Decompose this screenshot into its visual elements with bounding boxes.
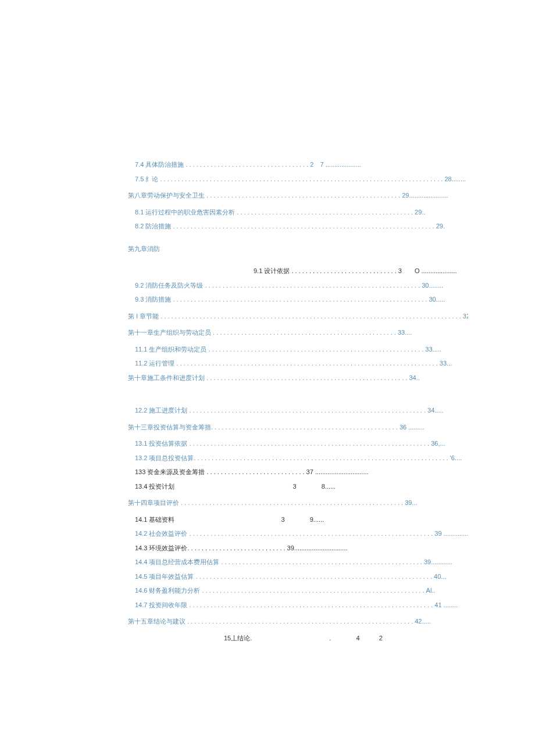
toc-chapter: 第十章施工条件和进度计划 . . . . . . . . . . . . . .… — [128, 373, 468, 383]
toc-page-digit: 9...... — [310, 516, 324, 523]
toc-chapter: 第十五章结论与建议 . . . . . . . . . . . . . . . … — [128, 617, 468, 626]
toc-item: 7.4 具体防治措施 . . . . . . . . . . . . . . .… — [128, 160, 468, 170]
toc-item: 8.2 防治措施 . . . . . . . . . . . . . . . .… — [128, 221, 468, 231]
toc-item: 8.1 运行过程中的职业危害因素分析 . . . . . . . . . . .… — [128, 207, 468, 217]
toc-item: 13.2 项目总投资估算. . . . . . . . . . . . . . … — [128, 453, 468, 463]
toc-item: 13.1 投资估算依据 . . . . . . . . . . . . . . … — [128, 439, 468, 449]
toc-chapter: 第十三章投资估算与资金筹措. . . . . . . . . . . . . .… — [128, 422, 468, 432]
toc-chapter: 第八章劳动保护与安全卫生 . . . . . . . . . . . . . .… — [128, 191, 468, 200]
toc-chapter: 第十一章生产组织与劳动定员 . . . . . . . . . . . . . … — [128, 328, 468, 338]
toc-item: 11.1 生产组织和劳动定员 . . . . . . . . . . . . .… — [128, 345, 468, 354]
toc-page-digit: 3 — [281, 516, 285, 523]
toc-item: 14.6 财务盈利能力分析 . . . . . . . . . . . . . … — [128, 586, 468, 596]
toc-item: 14.1 基础资料 3 9...... — [128, 515, 468, 525]
toc-item: 14.2 社会效益评价 . . . . . . . . . . . . . . … — [128, 529, 468, 539]
toc-item: 13.4 投资计划 3 8...... — [128, 482, 468, 492]
toc-item: 11.2 运行管理 . . . . . . . . . . . . . . . … — [128, 359, 468, 368]
toc-item: 7.5 纟论 . . . . . . . . . . . . . . . . .… — [128, 174, 468, 184]
toc-chapter: 第 I 章节能 . . . . . . . . . . . . . . . . … — [128, 311, 468, 321]
toc-item-label: 15丄结论. — [224, 633, 252, 643]
toc-page-digit: 3 — [293, 483, 297, 490]
toc-page-digit: . — [329, 633, 331, 643]
toc-chapter: 第九章消防 — [128, 244, 468, 254]
toc-item: 15丄结论. . 4 2 — [128, 633, 468, 643]
toc-item: 9.1 设计依据 . . . . . . . . . . . . . . . .… — [128, 266, 468, 276]
toc-item: 14.5 项目年效益估算 . . . . . . . . . . . . . .… — [128, 572, 468, 582]
toc-page-digit: 2 — [379, 633, 383, 643]
toc-page-digit: 8...... — [322, 483, 336, 490]
toc-item: 14.4 项目总经营成本费用估算 . . . . . . . . . . . .… — [128, 557, 468, 567]
toc-item-label: 13.4 投资计划 — [135, 482, 174, 492]
toc-item: 14.7 投资间收年限 . . . . . . . . . . . . . . … — [128, 600, 468, 610]
toc-item: 14.3 环境效益评价. . . . . . . . . . . . . . .… — [128, 543, 468, 553]
toc-item-label: 14.1 基础资料 — [135, 515, 174, 525]
toc-item: 9.2 消防任务及防火等级 . . . . . . . . . . . . . … — [128, 281, 468, 291]
toc-item: 9.3 消防措施 . . . . . . . . . . . . . . . .… — [128, 295, 468, 304]
toc-page-digit: 4 — [356, 633, 359, 643]
toc-chapter: 第十四章项目评价 . . . . . . . . . . . . . . . .… — [128, 498, 468, 508]
toc-item: 12.2 施工进度计划 . . . . . . . . . . . . . . … — [128, 406, 468, 415]
toc-item: 133 资金来源及资金筹措 . . . . . . . . . . . . . … — [128, 467, 468, 477]
